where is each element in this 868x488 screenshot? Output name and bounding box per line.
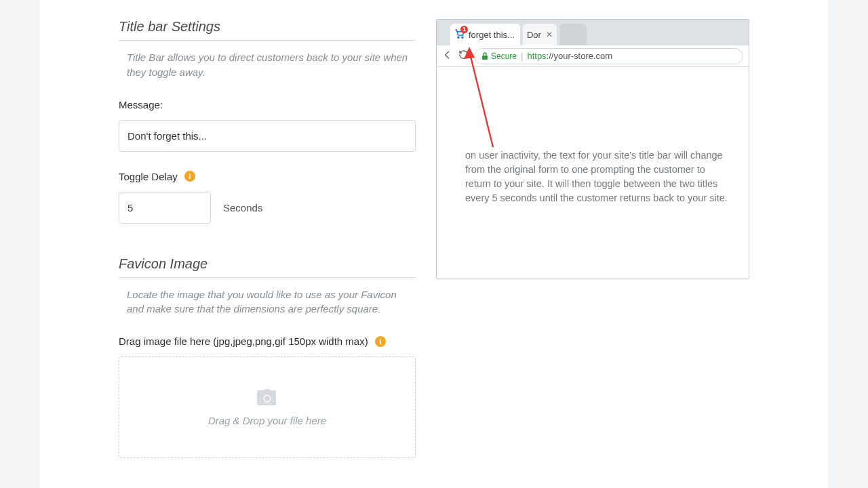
browser-tab-2: Don't ✕ [523,24,557,45]
message-label: Message: [119,99,416,110]
divider: | [521,51,523,61]
tab2-text: Don't [527,30,541,40]
toggle-delay-input[interactable] [119,192,211,224]
toggle-delay-label-text: Toggle Delay [119,171,178,182]
url-scheme: https [527,51,546,61]
favicon-dropzone[interactable]: Drag & Drop your file here [119,357,416,458]
titlebar-description: Title Bar allows you to direct customers… [127,50,416,80]
message-input[interactable] [119,120,416,152]
close-icon: ✕ [546,30,553,39]
drag-label: Drag image file here (jpg,jpeg,png,gif 1… [119,336,416,347]
tab1-text: forget this... [469,30,515,40]
svg-point-1 [264,396,270,401]
url-rest: ://your-store.com [547,51,613,61]
toggle-delay-label: Toggle Delay i [119,171,416,182]
browser-tab-1: 1 forget this... [450,24,520,45]
browser-tab-blank [559,24,587,45]
favicon-description: Locate the image that you would like to … [127,287,416,317]
svg-marker-6 [464,47,475,59]
cart-badge-count: 1 [460,26,468,33]
arrow-annotation [462,47,503,155]
info-icon[interactable]: i [184,171,195,182]
svg-point-3 [462,37,463,38]
svg-point-2 [458,37,459,38]
svg-line-5 [469,51,493,147]
preview-description: on user inactivity, the text for your si… [465,148,730,205]
camera-icon [257,389,277,409]
address-bar: Secure | https://your-store.com [474,48,743,64]
browser-preview: 1 forget this... Don't ✕ [436,19,749,279]
cart-icon: 1 [454,28,465,41]
drag-label-text: Drag image file here (jpg,jpeg,png,gif 1… [119,336,368,347]
tab-strip: 1 forget this... Don't ✕ [437,20,749,45]
favicon-heading: Favicon Image [119,256,416,278]
seconds-label: Seconds [223,202,262,214]
info-icon[interactable]: i [375,336,386,347]
back-icon [442,49,453,63]
titlebar-heading: Title bar Settings [119,19,416,41]
dropzone-text: Drag & Drop your file here [208,415,326,426]
